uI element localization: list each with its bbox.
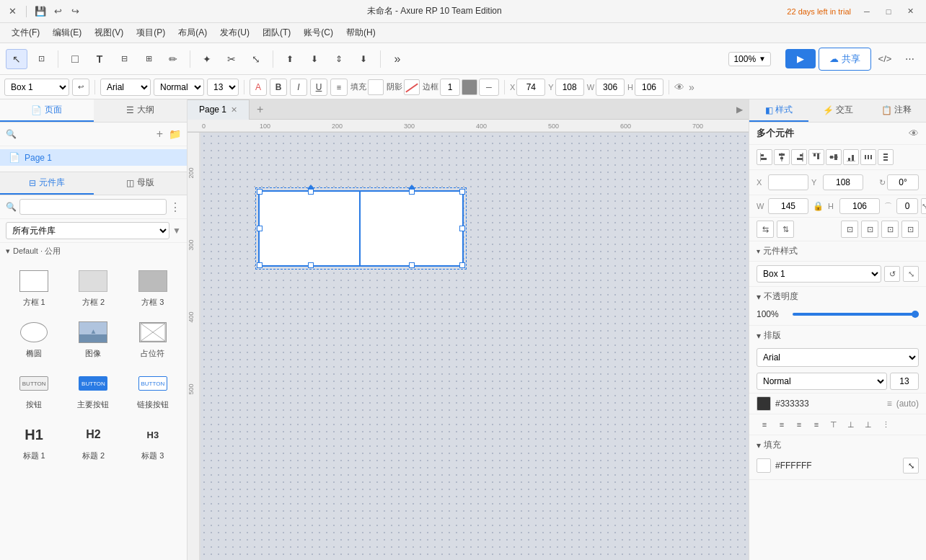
h-input[interactable] (635, 79, 663, 96)
rotate-handle2[interactable] (408, 185, 415, 189)
tab-outline[interactable]: ☰ 大纲 (94, 99, 188, 122)
more-button[interactable]: ⋯ (899, 49, 920, 69)
add-page-icon[interactable]: + (156, 128, 163, 141)
component-h3[interactable]: H3 标题 3 (125, 417, 181, 466)
y-input[interactable] (555, 79, 584, 96)
bold-button[interactable]: B (270, 79, 287, 96)
menu-project[interactable]: 项目(P) (131, 25, 171, 41)
typography-header[interactable]: ▾ 排版 (749, 326, 926, 345)
font-family-select-right[interactable]: Arial (757, 348, 919, 367)
stamp-tool[interactable]: ✦ (196, 49, 218, 69)
minimize-button[interactable]: ─ (857, 4, 877, 19)
text-valign-bottom-btn[interactable]: ⊥ (860, 417, 876, 432)
handle-tl[interactable] (257, 189, 263, 195)
tab-pages[interactable]: 📄 页面 (0, 99, 94, 122)
align-top-btn[interactable] (808, 149, 824, 165)
table-tool[interactable]: ⊞ (138, 49, 159, 69)
preview-button[interactable]: ▶ (785, 49, 816, 68)
text-color-swatch[interactable] (757, 396, 771, 411)
handle-ml[interactable] (257, 226, 263, 231)
lib-dropdown-icon[interactable]: ▼ (172, 226, 181, 236)
shadow-swatch[interactable] (404, 79, 420, 95)
font-size-select[interactable]: 13 (207, 79, 239, 96)
font-style-select[interactable]: Normal (154, 79, 204, 96)
redo-icon[interactable]: ↪ (69, 5, 81, 18)
crop-tool[interactable]: ✂ (221, 49, 242, 69)
opacity-header[interactable]: ▾ 不透明度 (749, 287, 926, 306)
visibility-toggle[interactable]: 👁 (674, 81, 684, 93)
copy-style-btn[interactable]: ⊡ (841, 221, 858, 238)
handle-bm2[interactable] (409, 262, 415, 268)
canvas-scroll-btn[interactable]: ▶ (731, 105, 749, 115)
page-item-1[interactable]: 📄 Page 1 (0, 149, 187, 166)
widget-tool[interactable]: ⊟ (113, 49, 135, 69)
share-button[interactable]: ☁ 样式 共享 (819, 48, 871, 71)
menu-publish[interactable]: 发布(U) (214, 25, 255, 41)
align-left-btn[interactable] (757, 149, 772, 165)
handle-tr2[interactable] (459, 189, 465, 195)
x-coord-input[interactable] (768, 174, 808, 190)
menu-help[interactable]: 帮助(H) (340, 25, 382, 41)
align-center-h-btn[interactable] (774, 149, 790, 165)
paste-style-btn[interactable]: ⊡ (861, 221, 878, 238)
list-button[interactable]: ≡ (330, 79, 348, 96)
component-image[interactable]: 图像 (65, 315, 121, 363)
w-input[interactable] (596, 79, 625, 96)
opacity-slider-track[interactable] (793, 313, 919, 316)
lib-more-btn[interactable]: ⋮ (169, 200, 181, 214)
menu-edit[interactable]: 编辑(E) (47, 25, 87, 41)
handle-bl[interactable] (257, 262, 263, 268)
distribute-tool[interactable]: ⇕ (328, 49, 350, 69)
handle-mr2[interactable] (459, 226, 465, 231)
folder-icon[interactable]: 📁 (169, 128, 181, 140)
menu-layout[interactable]: 布局(A) (172, 25, 213, 41)
align-middle-tool[interactable]: ⬇ (304, 49, 325, 69)
canvas-shape-2[interactable] (359, 190, 464, 267)
align-top-tool[interactable]: ⬆ (279, 49, 301, 69)
lib-category[interactable]: ▾ Default · 公用 (0, 243, 187, 259)
component-box2[interactable]: 方框 2 (65, 264, 121, 312)
handle-tm[interactable] (308, 189, 314, 195)
distribute-h-btn[interactable] (860, 149, 876, 165)
element-style-header[interactable]: ▾ 元件样式 (749, 241, 926, 262)
handle-tm2[interactable] (409, 189, 415, 195)
fill-color-swatch-right[interactable] (757, 458, 771, 473)
clip-tool[interactable]: ⊡ (30, 49, 52, 69)
tab-style[interactable]: ◧ 样式 (749, 99, 808, 122)
w-coord-input[interactable] (768, 198, 808, 214)
align-right-btn[interactable] (791, 149, 807, 165)
flip-h-btn[interactable]: ⇆ (757, 221, 774, 238)
lib-select[interactable]: 所有元件库 (6, 222, 169, 239)
text-valign-middle-btn[interactable]: ⊥ (843, 417, 859, 432)
lock-icon[interactable]: 🔒 (813, 201, 824, 211)
rotation-input[interactable] (887, 174, 919, 190)
more-tools[interactable]: » (387, 49, 408, 69)
distribute-v-btn[interactable] (878, 149, 894, 165)
corner-radius-input[interactable] (896, 198, 918, 214)
visibility-icon[interactable]: 👁 (909, 128, 919, 139)
pen-tool[interactable]: ✏ (162, 49, 184, 69)
align-bottom-tool[interactable]: ⬇ (353, 49, 374, 69)
tab-interaction[interactable]: ⚡ 交互 (808, 99, 868, 122)
opacity-slider-thumb[interactable] (912, 311, 919, 318)
align-bottom-btn[interactable] (843, 149, 859, 165)
more-action-btn[interactable]: ⊡ (901, 221, 919, 238)
text-align-right-btn[interactable]: ≡ (791, 417, 807, 432)
handle-bm[interactable] (308, 262, 314, 268)
tab-components[interactable]: ⊟ 元件库 (0, 172, 94, 195)
text-align-center-btn[interactable]: ≡ (774, 417, 790, 432)
component-button[interactable]: BUTTON 按钮 (6, 366, 62, 414)
menu-account[interactable]: 账号(C) (298, 25, 339, 41)
canvas-shape-1[interactable] (258, 190, 363, 267)
border-width-input[interactable] (440, 79, 460, 96)
x-input[interactable] (516, 79, 545, 96)
border-style-btn[interactable]: ─ (479, 79, 499, 96)
more-props-btn[interactable]: » (689, 81, 694, 93)
fill-expand-btn[interactable]: ⤡ (903, 458, 919, 474)
canvas-tab-close-icon[interactable]: ✕ (231, 105, 237, 115)
component-primary-button[interactable]: BUTTON 主要按钮 (65, 366, 121, 414)
text-tool[interactable]: T (89, 49, 110, 69)
paste-pos-btn[interactable]: ⊡ (881, 221, 899, 238)
font-size-input-right[interactable] (890, 373, 919, 390)
component-ellipse[interactable]: 椭圆 (6, 315, 62, 363)
